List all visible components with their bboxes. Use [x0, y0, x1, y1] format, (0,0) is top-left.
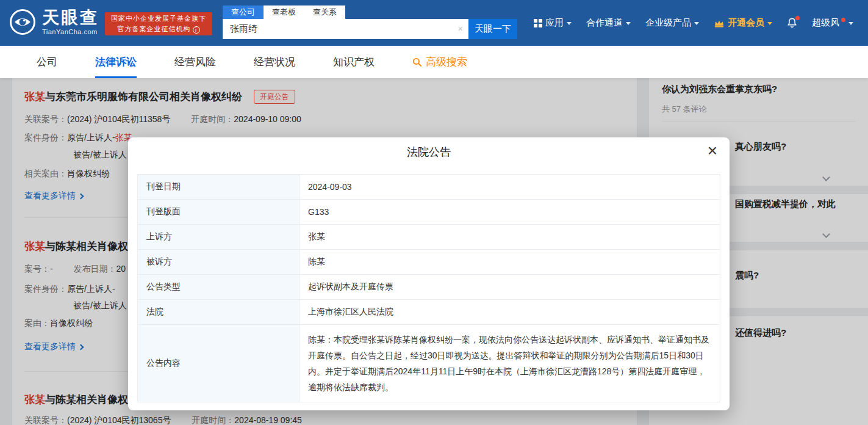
search-tab-company[interactable]: 查公司	[223, 5, 264, 19]
row-value: G133	[299, 200, 720, 225]
nav-super-risk[interactable]: 超级风	[812, 17, 853, 29]
search-button[interactable]: 天眼一下	[468, 19, 517, 39]
subnav-advanced-search[interactable]: 高级搜索	[412, 46, 467, 78]
subnav-advanced-search-label: 高级搜索	[426, 46, 467, 78]
search-tab-boss[interactable]: 查老板	[264, 5, 304, 19]
row-label: 刊登日期	[138, 175, 299, 200]
nav-super-risk-label: 超级风	[812, 17, 839, 29]
announcement-content: 陈某：本院受理张某诉陈某肖像权纠纷一案，现依法向你公告送达起诉状副本、应诉通知书…	[299, 325, 720, 402]
row-label: 公告类型	[138, 275, 299, 300]
tianyancha-logo[interactable]: 天眼查 TianYanCha.com	[9, 8, 99, 36]
brand-domain: TianYanCha.com	[42, 28, 99, 35]
search-icon	[412, 57, 422, 67]
nav-vip-membership[interactable]: 开通会员	[714, 17, 772, 29]
top-nav: 应用 合作通道 企业级产品 开通会员	[534, 0, 853, 46]
court-announcement-modal: 法院公告 × 刊登日期 2024-09-03 刊登版面 G133 上诉方 张某 …	[128, 137, 730, 410]
caret-down-icon	[567, 22, 572, 25]
grid-icon	[534, 19, 542, 27]
search-area: 查公司 查老板 查关系 × 天眼一下	[223, 5, 517, 39]
row-label: 公告内容	[138, 325, 299, 402]
crown-icon	[714, 19, 725, 27]
gov-badge-line1: 国家中小企业发展子基金旗下	[111, 13, 206, 24]
page: 天眼查 TianYanCha.com 国家中小企业发展子基金旗下 官方备案企业征…	[0, 0, 868, 425]
gov-badge-line2: 官方备案企业征信机构i	[111, 24, 206, 34]
table-row: 公告内容 陈某：本院受理张某诉陈某肖像权纠纷一案，现依法向你公告送达起诉状副本、…	[138, 325, 720, 402]
search-input-wrap: ×	[223, 19, 468, 39]
nav-notifications[interactable]	[787, 18, 797, 29]
nav-cooperation-label: 合作通道	[586, 17, 623, 29]
risk-badge-dot	[841, 18, 845, 22]
category-subnav: 公司 法律诉讼 经营风险 经营状况 知识产权 高级搜索	[0, 46, 868, 78]
clear-search-icon[interactable]: ×	[457, 23, 463, 34]
caret-down-icon	[767, 22, 772, 25]
table-row: 法院 上海市徐汇区人民法院	[138, 300, 720, 325]
logo-text: 天眼查 TianYanCha.com	[42, 9, 99, 35]
caret-down-icon	[694, 22, 699, 25]
row-label: 法院	[138, 300, 299, 325]
nav-cooperation[interactable]: 合作通道	[586, 17, 631, 29]
nav-apps-label: 应用	[545, 17, 564, 29]
brand-name: 天眼查	[42, 9, 99, 27]
search-tab-relation[interactable]: 查关系	[304, 5, 345, 19]
top-header: 天眼查 TianYanCha.com 国家中小企业发展子基金旗下 官方备案企业征…	[0, 0, 868, 46]
subnav-lawsuit[interactable]: 法律诉讼	[95, 46, 137, 78]
table-row: 公告类型 起诉状副本及开庭传票	[138, 275, 720, 300]
row-value: 陈某	[299, 250, 720, 275]
table-row: 上诉方 张某	[138, 225, 720, 250]
eye-logo-icon	[9, 8, 37, 36]
search-row: × 天眼一下	[223, 19, 517, 39]
row-label: 上诉方	[138, 225, 299, 250]
gov-certification-badge: 国家中小企业发展子基金旗下 官方备案企业征信机构i	[105, 12, 212, 35]
modal-title: 法院公告	[128, 137, 730, 159]
table-row: 刊登版面 G133	[138, 200, 720, 225]
table-row: 刊登日期 2024-09-03	[138, 175, 720, 200]
row-value: 上海市徐汇区人民法院	[299, 300, 720, 325]
row-value: 张某	[299, 225, 720, 250]
subnav-intellectual-property[interactable]: 知识产权	[333, 46, 375, 78]
subnav-company[interactable]: 公司	[37, 46, 57, 78]
nav-enterprise-label: 企业级产品	[645, 17, 691, 29]
row-value: 起诉状副本及开庭传票	[299, 275, 720, 300]
subnav-operation-status[interactable]: 经营状况	[254, 46, 295, 78]
caret-down-icon	[626, 22, 631, 25]
caret-down-icon	[848, 22, 853, 25]
nav-enterprise-products[interactable]: 企业级产品	[645, 17, 699, 29]
info-icon: i	[193, 26, 200, 34]
announcement-table: 刊登日期 2024-09-03 刊登版面 G133 上诉方 张某 被诉方 陈某 …	[137, 174, 720, 402]
search-tabs: 查公司 查老板 查关系	[223, 5, 345, 19]
nav-vip-label: 开通会员	[728, 17, 764, 29]
search-input[interactable]	[223, 19, 468, 39]
row-label: 刊登版面	[138, 200, 299, 225]
notification-badge-dot	[795, 16, 800, 20]
row-label: 被诉方	[138, 250, 299, 275]
subnav-operation-risk[interactable]: 经营风险	[174, 46, 216, 78]
table-row: 被诉方 陈某	[138, 250, 720, 275]
close-icon[interactable]: ×	[708, 141, 717, 161]
nav-apps[interactable]: 应用	[534, 17, 572, 29]
row-value: 2024-09-03	[299, 175, 720, 200]
